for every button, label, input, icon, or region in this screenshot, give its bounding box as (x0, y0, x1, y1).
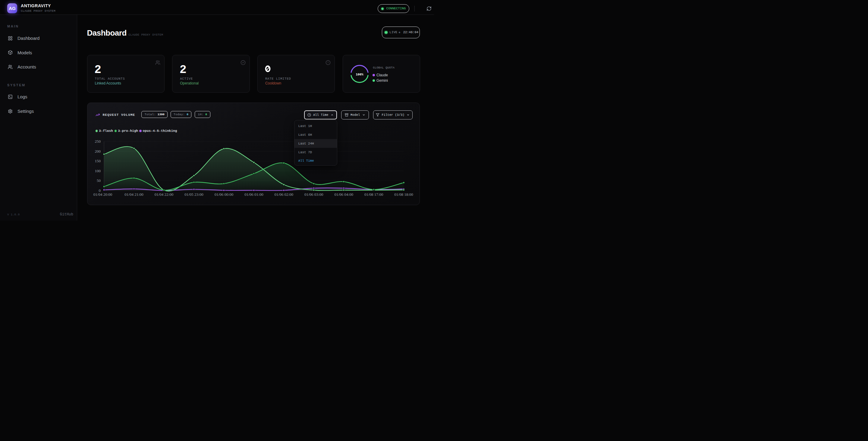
svg-text:01/06 03:00: 01/06 03:00 (304, 192, 323, 197)
svg-text:200: 200 (95, 149, 101, 153)
svg-text:01/04 22:00: 01/04 22:00 (155, 192, 173, 197)
svg-text:01/06 01:00: 01/06 01:00 (244, 192, 263, 197)
svg-text:01/08 17:00: 01/08 17:00 (364, 192, 383, 197)
svg-text:01/06 02:00: 01/06 02:00 (275, 192, 293, 197)
svg-text:100: 100 (95, 169, 101, 173)
svg-text:150: 150 (95, 159, 101, 163)
svg-text:01/06 00:00: 01/06 00:00 (215, 192, 233, 197)
svg-text:01/08 18:00: 01/08 18:00 (394, 192, 413, 197)
svg-text:01/04 21:00: 01/04 21:00 (124, 192, 143, 197)
svg-text:01/06 04:00: 01/06 04:00 (334, 192, 353, 197)
svg-text:01/05 23:00: 01/05 23:00 (184, 192, 203, 197)
svg-text:250: 250 (95, 139, 101, 144)
svg-text:01/04 20:00: 01/04 20:00 (93, 192, 112, 197)
svg-text:50: 50 (97, 178, 101, 183)
